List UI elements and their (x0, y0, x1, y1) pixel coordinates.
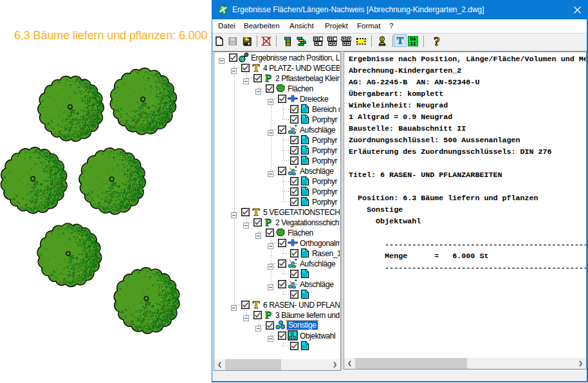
svg-text:T: T (253, 62, 260, 73)
svg-text:T: T (397, 35, 403, 46)
svg-text:11: 11 (410, 41, 416, 46)
svg-text:-: - (295, 281, 297, 286)
svg-text:-: - (295, 261, 297, 265)
svg-text:T: T (253, 207, 260, 217)
svg-text:?: ? (434, 36, 440, 46)
svg-text:T: T (253, 299, 260, 310)
svg-text:P: P (265, 217, 271, 227)
svg-text:P: P (265, 310, 271, 320)
svg-text:-: - (295, 127, 297, 131)
svg-text:P: P (265, 73, 271, 83)
svg-text:-: - (295, 168, 297, 173)
